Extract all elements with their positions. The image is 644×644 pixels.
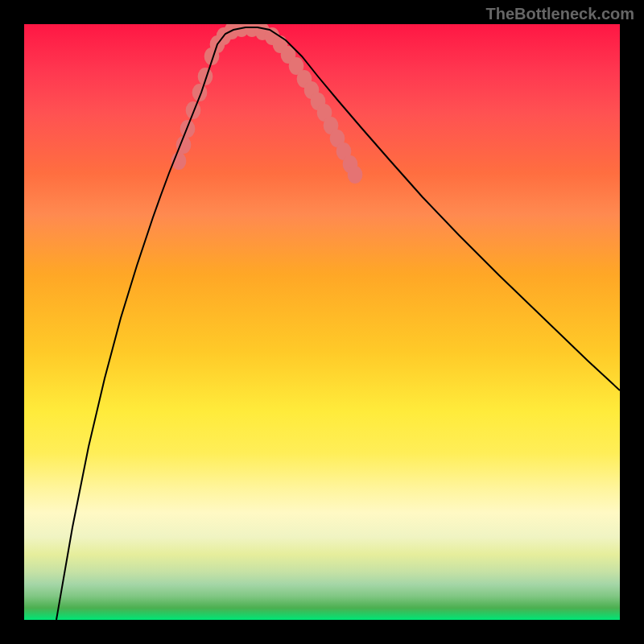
watermark-text: TheBottleneck.com xyxy=(486,5,634,23)
chart-gradient-area xyxy=(24,24,620,620)
